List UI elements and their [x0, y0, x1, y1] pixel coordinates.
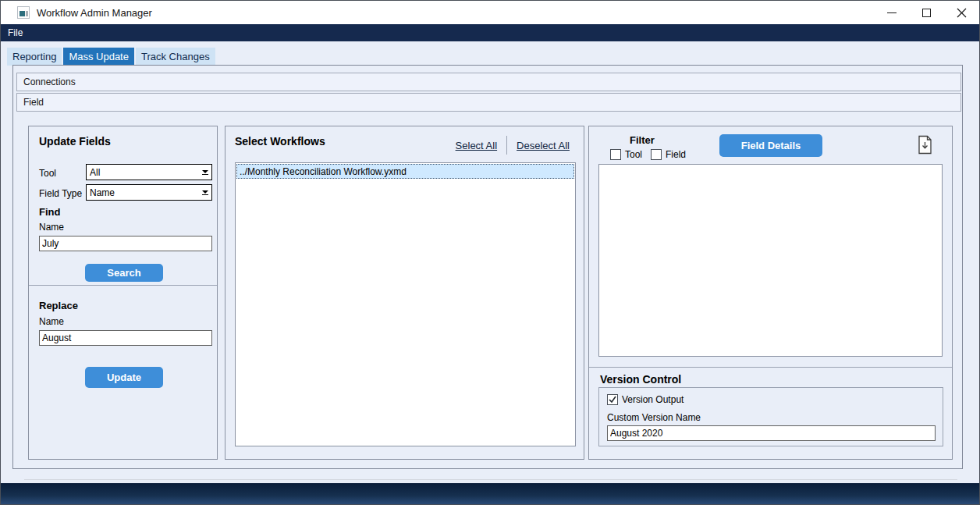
tab-track-changes[interactable]: Track Changes — [136, 48, 215, 66]
version-output-checkbox[interactable]: Version Output — [607, 394, 684, 405]
field-type-dropdown-value: Name — [87, 187, 199, 198]
tool-filter-checkbox[interactable]: Tool — [610, 149, 642, 160]
file-download-icon — [917, 135, 933, 155]
custom-version-name-input[interactable] — [607, 425, 936, 441]
maximize-button[interactable] — [909, 1, 944, 24]
field-details-list[interactable] — [598, 164, 943, 357]
checkbox-box — [607, 394, 618, 405]
replace-name-label: Name — [39, 316, 64, 327]
chevron-down-icon — [199, 190, 211, 195]
tab-reporting[interactable]: Reporting — [7, 48, 62, 66]
title-bar: Workflow Admin Manager — [1, 1, 979, 24]
field-filter-label: Field — [666, 149, 686, 160]
replace-heading: Replace — [39, 300, 78, 311]
window-title: Workflow Admin Manager — [37, 7, 152, 19]
minimize-icon — [887, 12, 897, 13]
checkbox-box — [651, 149, 662, 160]
tool-dropdown[interactable]: All — [86, 164, 212, 180]
chevron-down-icon — [199, 170, 211, 175]
selection-links: Select All Deselect All — [446, 135, 579, 155]
tab-mass-update[interactable]: Mass Update — [63, 48, 134, 66]
menu-bar: File — [1, 24, 979, 41]
checkbox-box — [610, 149, 621, 160]
app-window: Workflow Admin Manager File Reporting Ma… — [0, 0, 980, 505]
expander-connections[interactable]: Connections — [16, 73, 961, 91]
checkmark-icon — [608, 395, 617, 404]
version-control-group: Version Output Custom Version Name — [598, 387, 943, 446]
update-fields-panel: Update Fields Tool All Field Type Name F… — [28, 126, 218, 460]
expander-connections-label: Connections — [23, 76, 76, 87]
workflow-list-item[interactable]: ../Monthly Reconciliation Workflow.yxmd — [236, 164, 574, 179]
minimize-button[interactable] — [874, 1, 909, 24]
app-icon — [17, 6, 30, 19]
update-fields-divider — [29, 285, 217, 286]
menu-file[interactable]: File — [1, 24, 27, 41]
tool-label: Tool — [39, 168, 56, 179]
filter-heading: Filter — [630, 134, 655, 146]
tool-filter-label: Tool — [625, 149, 642, 160]
version-output-label: Version Output — [622, 394, 684, 405]
field-type-dropdown[interactable]: Name — [86, 184, 212, 201]
filter-checkboxes: Tool Field — [610, 149, 686, 160]
content-area: Reporting Mass Update Track Changes Conn… — [1, 41, 979, 483]
find-heading: Find — [39, 206, 60, 218]
select-workflows-panel: Select Workflows Select All Deselect All… — [225, 126, 584, 460]
update-button[interactable]: Update — [85, 367, 163, 388]
find-name-input[interactable] — [39, 236, 212, 251]
field-details-panel: Filter Tool Field Field Details — [588, 126, 953, 460]
expander-field[interactable]: Field — [16, 93, 961, 112]
window-controls — [874, 1, 979, 24]
details-divider — [589, 367, 952, 368]
find-name-label: Name — [39, 222, 64, 233]
workflow-list[interactable]: ../Monthly Reconciliation Workflow.yxmd — [235, 162, 576, 446]
search-button[interactable]: Search — [85, 264, 163, 282]
field-details-button[interactable]: Field Details — [719, 134, 822, 157]
deselect-all-link[interactable]: Deselect All — [507, 140, 579, 151]
expander-field-label: Field — [23, 97, 44, 108]
custom-version-name-label: Custom Version Name — [607, 412, 701, 423]
select-workflows-title: Select Workflows — [235, 135, 325, 148]
replace-name-input[interactable] — [39, 330, 212, 346]
field-type-label: Field Type — [39, 188, 82, 199]
field-filter-checkbox[interactable]: Field — [651, 149, 686, 160]
version-control-title: Version Control — [600, 373, 681, 386]
tool-dropdown-value: All — [87, 167, 199, 178]
update-fields-title: Update Fields — [39, 135, 111, 148]
close-button[interactable] — [944, 1, 979, 24]
maximize-icon — [922, 9, 931, 17]
tab-strip: Reporting Mass Update Track Changes — [7, 48, 215, 66]
select-all-link[interactable]: Select All — [446, 140, 506, 151]
export-button[interactable] — [914, 135, 935, 157]
status-bar — [1, 483, 979, 505]
close-icon — [957, 8, 967, 18]
bottom-separator — [24, 479, 957, 480]
